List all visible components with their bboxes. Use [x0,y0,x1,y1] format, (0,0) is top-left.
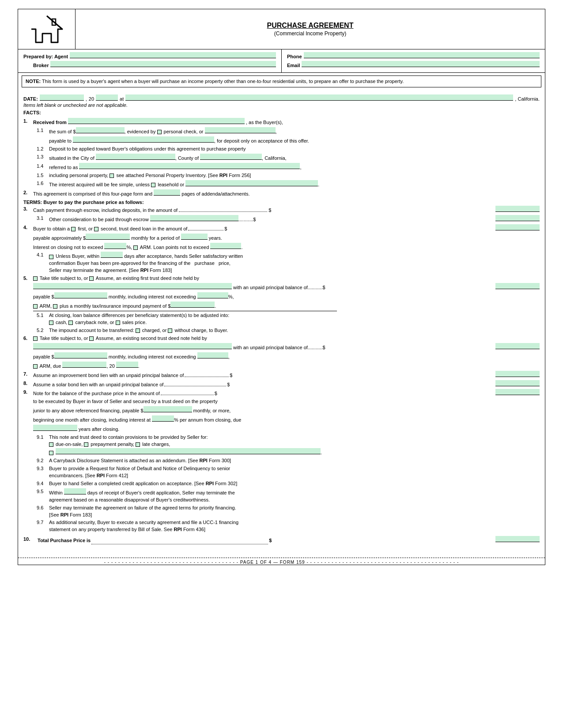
evidenced-other-field[interactable] [205,127,276,133]
other-consideration-field[interactable] [150,215,238,221]
payable-5-field[interactable] [54,292,107,298]
arm-checkbox-5[interactable] [33,304,38,309]
second-checkbox[interactable] [94,227,98,231]
interest-6-field[interactable] [197,352,228,358]
sub-1-6-content: The interest acquired will be fee simple… [49,180,540,189]
sub-9-4-content: Buyer to hand Seller a completed credit … [49,480,540,487]
agent-field[interactable] [70,52,276,58]
item-2: 2. This agreement is comprised of this f… [23,189,540,198]
loan-points-field[interactable] [210,243,241,249]
rpi-1-5: RPI [219,173,227,178]
item-3-text: Cash payment through escrow, including d… [33,207,495,214]
carryback-checkbox-5-1[interactable] [68,321,73,325]
days-4-1-field[interactable] [101,252,123,258]
sub-item-9-7: 9.7 As additional security, Buyer to exe… [37,519,540,533]
assume-checkbox-5[interactable] [89,276,94,281]
monthly-payment-field[interactable] [86,234,130,240]
item-10-num: 10. [23,536,38,543]
item-5-held-by: with an unpaid principal balance of.....… [33,283,495,291]
sub-9-6-num: 9.6 [37,505,49,512]
arm-checkbox-4[interactable] [133,245,138,250]
item-7-dollar[interactable] [495,371,540,377]
item-5-dollar[interactable] [495,283,540,289]
prepayment-checkbox[interactable] [84,442,88,447]
held-by-6-field[interactable] [33,343,232,349]
held-by-5-field[interactable] [33,283,232,289]
item-8-dollar[interactable] [495,380,540,386]
item-9-line1: to be executed by Buyer in favor of Sell… [33,398,540,405]
days-9-5-field[interactable] [64,488,86,494]
other-9-1-checkbox[interactable] [49,451,53,455]
sub-9-5-num: 9.5 [37,488,49,495]
date-at: at [120,96,124,102]
take-title-checkbox-5[interactable] [33,276,38,281]
item-6-dollar[interactable] [495,343,540,349]
item-4-num: 4. [23,224,33,231]
item-4-dollar[interactable] [495,224,540,230]
item-5-line1: Take title subject to, or Assume, an exi… [33,275,540,282]
sum-field[interactable] [76,127,125,133]
due-year-6-field[interactable] [116,362,138,368]
late-charges-checkbox[interactable] [136,442,140,447]
interest-5-field[interactable] [197,292,228,298]
sub-3-1-dollar[interactable] [495,215,540,221]
addenda-pages-field[interactable] [154,189,180,196]
item-3-row: Cash payment through escrow, including d… [33,206,540,214]
junior-payable-field[interactable] [144,406,192,412]
county-field[interactable] [200,154,262,160]
sub-item-9-3: 9.3 Buyer to provide a Request for Notic… [37,465,540,479]
due-on-sale-checkbox[interactable] [49,442,53,447]
date-field[interactable] [40,94,84,101]
sub-5-2-num: 5.2 [37,327,49,334]
cash-checkbox-5-1[interactable] [49,321,53,325]
leasehold-checkbox[interactable] [151,183,155,187]
item-3: 3. Cash payment through escrow, includin… [23,206,540,214]
sub-9-6-content: Seller may terminate the agreement on fa… [49,505,540,519]
item-4-payable: payable approximately $ monthly for a pe… [33,234,540,242]
item-3-content: Cash payment through escrow, including d… [33,206,540,214]
city-field[interactable] [96,154,175,160]
plus-checkbox-5[interactable] [53,304,57,309]
sales-checkbox-5-1[interactable] [116,321,120,325]
item-4-row: Buyer to obtain a first, or second, trus… [33,224,540,233]
years-after-field[interactable] [33,425,77,431]
phone-field[interactable] [304,52,540,58]
personal-check-checkbox[interactable] [157,130,162,134]
without-charge-checkbox[interactable] [168,328,172,333]
broker-field[interactable] [50,61,276,67]
unless-checkbox[interactable] [49,255,53,259]
item-8-content: Assume a solar bond lien with an unpaid … [33,380,540,389]
due-date-6-field[interactable] [62,362,106,368]
broker-label: Broker [23,63,49,68]
received-from-field[interactable] [68,118,245,124]
period-field[interactable] [181,234,208,240]
leasehold-field[interactable] [185,180,318,186]
item-10-dollar[interactable] [495,536,540,542]
sub-5-2-content: The impound account to be transferred: c… [49,327,540,334]
email-field[interactable] [302,61,540,67]
interest-9-field[interactable] [152,415,174,422]
item-6-payable: payable $ monthly, including interest no… [33,352,540,361]
item-9-dollar[interactable] [495,389,540,395]
first-checkbox[interactable] [71,227,76,231]
arm-checkbox-6[interactable] [33,364,38,369]
location-field[interactable] [125,94,513,101]
sub-9-1-num: 9.1 [37,434,49,441]
item-4-content: Buyer to obtain a first, or second, trus… [33,224,540,251]
other-9-1-field[interactable] [56,448,321,454]
charged-checkbox[interactable] [136,328,140,333]
referred-as-field[interactable] [79,163,300,169]
payable-6-field[interactable] [54,352,107,358]
take-title-checkbox-6[interactable] [33,336,38,341]
prepared-left: Prepared by: Agent Broker [18,49,282,72]
impound-5-field[interactable] [170,302,215,308]
payable-to-field[interactable] [73,136,214,143]
item-10-row: Total Purchase Price is$ [38,536,540,544]
personal-property-checkbox[interactable] [110,174,114,178]
agent-row: Prepared by: Agent [23,52,276,59]
year-field[interactable] [96,94,118,101]
interest-rate-field[interactable] [104,243,126,249]
item-9-line3: beginning one month after closing, inclu… [33,415,540,424]
assume-checkbox-6[interactable] [89,336,94,341]
item-3-dollar[interactable] [495,206,540,212]
